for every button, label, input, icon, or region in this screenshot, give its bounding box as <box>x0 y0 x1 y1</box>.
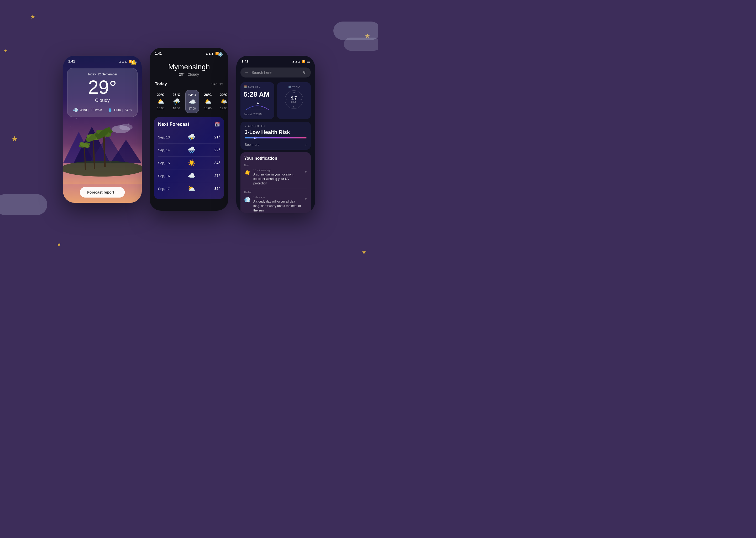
svg-point-24 <box>257 102 259 104</box>
search-bar[interactable]: ← Search here 🎙 <box>240 68 311 78</box>
notif-chevron-0[interactable]: ∨ <box>305 169 307 174</box>
phone3-time: 1:41 <box>242 59 248 63</box>
svg-point-21 <box>134 119 134 119</box>
microphone-icon[interactable]: 🎙 <box>303 70 307 75</box>
phone-2: 1:41 ▲▲▲ 🛜 ▬ ⚙️ Mymensingh 29° | Cloudy … <box>150 48 228 211</box>
phone2-temp-condition: 29° | Cloudy <box>150 72 228 77</box>
compass-east: → <box>300 98 303 101</box>
star-decoration-2: ★ <box>4 48 7 53</box>
settings-gear-icon[interactable]: ⚙️ <box>217 51 223 57</box>
air-quality-section: ✦ AIR QUALITY 3-Low Health Risk See more… <box>240 122 311 150</box>
forecast-temp-1: 22° <box>210 148 220 152</box>
phone1-date: Today, 12 September <box>72 73 133 76</box>
notification-earlier-label: Earlier <box>244 191 307 194</box>
phone1-signal-icon: ▲▲▲ <box>118 60 127 63</box>
phone2-hourly-scroll[interactable]: 29°C ⛅ 15.00 26°C ⛈️ 16.00 24°C ☁️ 17.00… <box>150 90 228 113</box>
forecast-row-1: Sep, 14 🌧️ 22° <box>158 144 220 157</box>
cloud-left <box>0 194 47 215</box>
air-quality-icon: ✦ <box>245 125 247 128</box>
forecast-date-0: Sep, 13 <box>158 135 174 139</box>
wind-card: 💨 WIND N S → ← 9.7 km/h <box>277 82 311 119</box>
sunrise-card: 🌅 SUNRISE 5:28 AM Sunset: 7:25PM <box>240 82 274 119</box>
phone3-wifi-icon: 🛜 <box>302 60 306 63</box>
notif-icon-1: 💨 <box>244 196 251 203</box>
phone1-landscape <box>63 111 142 185</box>
forecast-temp-0: 21° <box>210 135 220 139</box>
notif-time-0: 10 minutes ago <box>253 169 302 172</box>
hour-time-0: 15.00 <box>157 107 164 110</box>
notif-content-0: 10 minutes ago A sunny day in your locat… <box>253 169 302 186</box>
forecast-icon-4: ⛅ <box>188 185 196 192</box>
forecast-temp-4: 32° <box>210 187 220 191</box>
air-quality-title: ✦ AIR QUALITY <box>245 125 307 128</box>
notif-text-0: A sunny day in your location, consider w… <box>253 172 302 186</box>
compass-north: N <box>293 91 295 94</box>
notification-panel: Your notification Now ☀️ 10 minutes ago … <box>240 152 311 213</box>
phone2-today-label: Today <box>155 82 167 86</box>
forecast-temp-2: 34° <box>210 161 220 165</box>
svg-point-18 <box>115 116 116 116</box>
forecast-arrow-icon: › <box>116 190 118 194</box>
see-more-chevron-icon: › <box>306 143 307 146</box>
star-decoration-4: ★ <box>57 241 62 247</box>
svg-point-17 <box>76 119 77 119</box>
hour-item-4: 29°C 🌤️ 19.00 <box>217 90 228 113</box>
forecast-date-3: Sep, 16 <box>158 174 174 178</box>
sunrise-icon: 🌅 <box>244 85 247 88</box>
forecast-date-2: Sep, 15 <box>158 161 174 165</box>
phone3-signal-icon: ▲▲▲ <box>292 60 301 63</box>
wind-compass: N S → ← 9.7 km/h <box>285 90 303 109</box>
phone3-info-cards: 🌅 SUNRISE 5:28 AM Sunset: 7:25PM <box>236 80 315 122</box>
svg-point-5 <box>63 161 142 177</box>
hour-icon-1: ⛈️ <box>173 98 180 105</box>
notification-bell-icon[interactable]: 🔔 <box>131 59 136 65</box>
cloud-right-2 <box>344 37 378 51</box>
hour-time-3: 18.00 <box>204 107 212 110</box>
notification-item-1: 💨 1 day ago A cloudy day will occur all … <box>244 196 307 213</box>
phone-1: 1:41 ▲▲▲ 🛜 ▬ 🔔 Today, 12 September 29° C… <box>63 56 142 203</box>
hour-item-2-active[interactable]: 24°C ☁️ 17.00 <box>185 90 199 113</box>
forecast-icon-2: ☀️ <box>188 159 196 167</box>
phone3-status-bar: 1:41 ▲▲▲ 🛜 ▬ <box>236 56 315 65</box>
star-decoration-1: ★ <box>30 13 35 20</box>
notification-now-label: Now <box>244 164 307 167</box>
hour-icon-4: 🌤️ <box>220 98 227 105</box>
calendar-icon[interactable]: 📅 <box>214 121 220 127</box>
wind-speed-value: 9.7 <box>291 96 297 101</box>
phone1-temperature: 29° <box>72 78 133 97</box>
hour-temp-2: 24°C <box>188 93 196 97</box>
hour-icon-3: ⛅ <box>205 98 212 105</box>
back-arrow-icon[interactable]: ← <box>245 70 249 75</box>
forecast-date-4: Sep, 17 <box>158 187 174 191</box>
hour-time-1: 16.00 <box>173 107 180 110</box>
air-quality-see-more[interactable]: See more › <box>245 140 307 146</box>
hour-item-1: 26°C ⛈️ 16.00 <box>169 90 183 113</box>
notif-chevron-1[interactable]: ∨ <box>305 196 307 201</box>
phone2-time: 1:41 <box>155 51 162 55</box>
svg-point-23 <box>119 124 132 130</box>
phone2-city: Mymensingh <box>150 63 228 71</box>
forecast-report-button[interactable]: Forecast report › <box>80 187 125 197</box>
forecast-date-1: Sep, 14 <box>158 148 174 152</box>
compass-speed-display: 9.7 km/h <box>291 96 297 103</box>
phone2-date: Sep, 12 <box>211 82 223 86</box>
svg-point-20 <box>71 126 71 127</box>
forecast-icon-0: ⛈️ <box>188 134 196 141</box>
star-decoration-3: ★ <box>11 134 18 143</box>
sunrise-time: 5:28 AM <box>244 90 271 98</box>
cloud-right <box>333 22 378 40</box>
air-quality-bar <box>245 137 307 138</box>
forecast-icon-1: 🌧️ <box>188 146 196 154</box>
wind-speed-unit: km/h <box>291 101 297 103</box>
wind-icon-card: 💨 <box>288 85 291 88</box>
hour-icon-2: ☁️ <box>189 98 196 105</box>
hour-time-4: 19.00 <box>220 107 227 110</box>
phone2-next-forecast: Next Forecast 📅 Sep, 13 ⛈️ 21° Sep, 14 🌧… <box>154 117 224 199</box>
air-quality-value: 3-Low Health Risk <box>245 129 307 135</box>
hour-temp-3: 26°C <box>204 93 212 97</box>
forecast-row-3: Sep, 16 ☁️ 27° <box>158 169 220 182</box>
forecast-icon-3: ☁️ <box>188 172 196 180</box>
phone3-status-icons: ▲▲▲ 🛜 ▬ <box>292 60 310 63</box>
forecast-row-4: Sep, 17 ⛅ 32° <box>158 182 220 195</box>
notification-title: Your notification <box>244 156 307 161</box>
